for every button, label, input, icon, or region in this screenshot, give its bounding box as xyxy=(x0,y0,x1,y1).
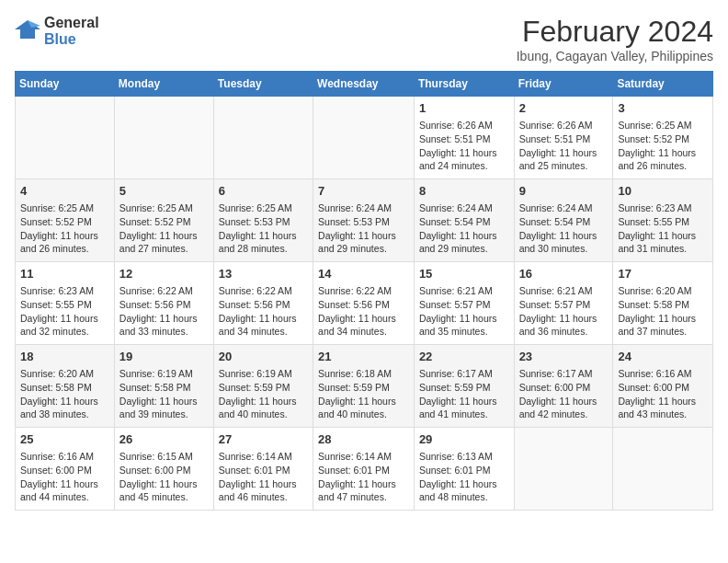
day-info: Sunrise: 6:20 AM xyxy=(20,367,109,381)
day-info: Daylight: 11 hours and 26 minutes. xyxy=(20,229,109,256)
day-info: Sunrise: 6:22 AM xyxy=(119,284,209,298)
day-number: 5 xyxy=(119,183,209,200)
calendar-cell: 1Sunrise: 6:26 AMSunset: 5:51 PMDaylight… xyxy=(414,97,514,179)
day-info: Sunset: 6:00 PM xyxy=(519,381,609,395)
day-info: Sunrise: 6:22 AM xyxy=(318,284,409,298)
day-info: Sunset: 5:52 PM xyxy=(20,215,109,229)
day-number: 7 xyxy=(318,183,409,200)
location: Ibung, Cagayan Valley, Philippines xyxy=(517,49,713,63)
day-info: Sunrise: 6:22 AM xyxy=(219,284,308,298)
day-info: Daylight: 11 hours and 39 minutes. xyxy=(119,395,209,421)
week-row-5: 25Sunrise: 6:16 AMSunset: 6:00 PMDayligh… xyxy=(16,428,713,511)
calendar-body: 1Sunrise: 6:26 AMSunset: 5:51 PMDaylight… xyxy=(16,97,713,511)
day-number: 27 xyxy=(219,431,308,448)
day-info: Sunset: 5:51 PM xyxy=(519,132,609,146)
title-section: February 2024 Ibung, Cagayan Valley, Phi… xyxy=(517,15,713,63)
day-header-thursday: Thursday xyxy=(414,72,514,97)
day-info: Daylight: 11 hours and 45 minutes. xyxy=(119,477,209,504)
day-number: 14 xyxy=(318,266,409,282)
day-info: Sunset: 6:00 PM xyxy=(119,464,209,477)
day-number: 19 xyxy=(119,349,209,365)
day-header-wednesday: Wednesday xyxy=(313,72,415,97)
day-info: Sunrise: 6:16 AM xyxy=(618,367,708,381)
calendar-cell xyxy=(16,97,115,179)
calendar-cell: 25Sunrise: 6:16 AMSunset: 6:00 PMDayligh… xyxy=(16,428,115,511)
day-info: Sunset: 6:01 PM xyxy=(419,464,509,477)
logo-icon xyxy=(15,18,40,44)
calendar-cell xyxy=(213,97,313,179)
calendar-table: SundayMondayTuesdayWednesdayThursdayFrid… xyxy=(15,71,713,511)
svg-marker-0 xyxy=(15,20,40,39)
calendar-cell: 29Sunrise: 6:13 AMSunset: 6:01 PMDayligh… xyxy=(414,428,514,511)
day-info: Sunrise: 6:18 AM xyxy=(318,367,409,381)
calendar-cell: 9Sunrise: 6:24 AMSunset: 5:54 PMDaylight… xyxy=(514,179,613,262)
day-info: Sunset: 5:58 PM xyxy=(20,381,109,395)
day-info: Sunrise: 6:25 AM xyxy=(20,201,109,215)
day-info: Sunset: 5:59 PM xyxy=(219,381,308,395)
day-info: Sunset: 5:53 PM xyxy=(219,215,308,229)
day-info: Sunrise: 6:26 AM xyxy=(419,119,509,132)
logo: General Blue xyxy=(15,15,99,48)
day-info: Sunset: 5:56 PM xyxy=(119,298,209,312)
logo-text: General Blue xyxy=(44,15,99,48)
day-info: Daylight: 11 hours and 40 minutes. xyxy=(318,395,409,421)
day-number: 11 xyxy=(20,266,109,282)
day-number: 28 xyxy=(318,431,409,448)
day-info: Sunrise: 6:21 AM xyxy=(419,284,509,298)
day-info: Daylight: 11 hours and 48 minutes. xyxy=(419,477,509,504)
day-info: Daylight: 11 hours and 43 minutes. xyxy=(618,395,708,421)
day-info: Sunset: 5:55 PM xyxy=(618,215,708,229)
day-info: Sunrise: 6:14 AM xyxy=(219,450,308,464)
calendar-cell: 10Sunrise: 6:23 AMSunset: 5:55 PMDayligh… xyxy=(613,179,713,262)
day-info: Daylight: 11 hours and 25 minutes. xyxy=(519,146,609,173)
day-info: Sunset: 5:53 PM xyxy=(318,215,409,229)
day-number: 16 xyxy=(519,266,609,282)
calendar-cell: 14Sunrise: 6:22 AMSunset: 5:56 PMDayligh… xyxy=(313,262,415,345)
week-row-2: 4Sunrise: 6:25 AMSunset: 5:52 PMDaylight… xyxy=(16,179,713,262)
calendar-cell: 2Sunrise: 6:26 AMSunset: 5:51 PMDaylight… xyxy=(514,97,613,179)
day-header-sunday: Sunday xyxy=(16,72,115,97)
day-number: 6 xyxy=(219,183,308,200)
day-number: 29 xyxy=(419,431,509,448)
day-number: 22 xyxy=(419,349,509,365)
month-title: February 2024 xyxy=(517,15,713,49)
calendar-cell: 27Sunrise: 6:14 AMSunset: 6:01 PMDayligh… xyxy=(213,428,313,511)
day-header-friday: Friday xyxy=(514,72,613,97)
calendar-cell: 24Sunrise: 6:16 AMSunset: 6:00 PMDayligh… xyxy=(613,345,713,428)
day-info: Sunset: 5:58 PM xyxy=(119,381,209,395)
day-number: 12 xyxy=(119,266,209,282)
day-info: Daylight: 11 hours and 29 minutes. xyxy=(419,229,509,256)
day-number: 17 xyxy=(618,266,708,282)
day-info: Sunrise: 6:19 AM xyxy=(219,367,308,381)
day-number: 26 xyxy=(119,431,209,448)
day-info: Sunset: 6:01 PM xyxy=(219,464,308,477)
day-info: Sunrise: 6:25 AM xyxy=(219,201,308,215)
calendar-cell: 13Sunrise: 6:22 AMSunset: 5:56 PMDayligh… xyxy=(213,262,313,345)
day-info: Sunrise: 6:24 AM xyxy=(519,201,609,215)
day-info: Daylight: 11 hours and 40 minutes. xyxy=(219,395,308,421)
calendar-cell: 19Sunrise: 6:19 AMSunset: 5:58 PMDayligh… xyxy=(114,345,213,428)
day-number: 8 xyxy=(419,183,509,200)
day-info: Sunset: 5:57 PM xyxy=(519,298,609,312)
calendar-cell: 5Sunrise: 6:25 AMSunset: 5:52 PMDaylight… xyxy=(114,179,213,262)
day-info: Sunrise: 6:21 AM xyxy=(519,284,609,298)
day-info: Daylight: 11 hours and 30 minutes. xyxy=(519,229,609,256)
day-headers-row: SundayMondayTuesdayWednesdayThursdayFrid… xyxy=(16,72,713,97)
day-number: 20 xyxy=(219,349,308,365)
day-info: Sunset: 5:52 PM xyxy=(618,132,708,146)
calendar-cell xyxy=(114,97,213,179)
calendar-cell: 22Sunrise: 6:17 AMSunset: 5:59 PMDayligh… xyxy=(414,345,514,428)
day-info: Daylight: 11 hours and 37 minutes. xyxy=(618,312,708,339)
day-number: 25 xyxy=(20,431,109,448)
calendar-cell: 4Sunrise: 6:25 AMSunset: 5:52 PMDaylight… xyxy=(16,179,115,262)
day-info: Daylight: 11 hours and 26 minutes. xyxy=(618,146,708,173)
day-number: 2 xyxy=(519,100,609,117)
day-info: Sunset: 5:56 PM xyxy=(318,298,409,312)
calendar-cell: 8Sunrise: 6:24 AMSunset: 5:54 PMDaylight… xyxy=(414,179,514,262)
calendar-cell: 20Sunrise: 6:19 AMSunset: 5:59 PMDayligh… xyxy=(213,345,313,428)
day-info: Sunset: 5:56 PM xyxy=(219,298,308,312)
day-info: Daylight: 11 hours and 47 minutes. xyxy=(318,477,409,504)
day-info: Sunset: 5:57 PM xyxy=(419,298,509,312)
day-info: Sunrise: 6:16 AM xyxy=(20,450,109,464)
day-info: Sunset: 5:54 PM xyxy=(519,215,609,229)
